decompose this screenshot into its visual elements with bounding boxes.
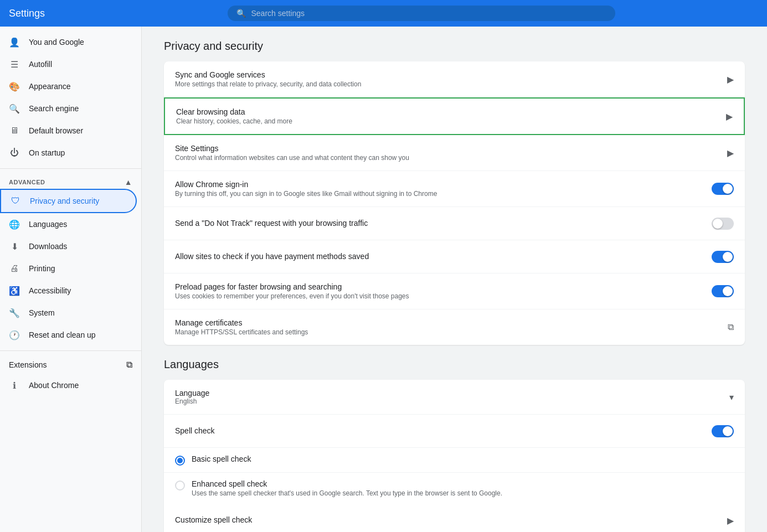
default-browser-icon: 🖥 — [9, 125, 20, 136]
sidebar-label-autofill: Autofill — [29, 60, 52, 69]
sidebar-label-languages: Languages — [29, 220, 67, 229]
printing-icon: 🖨 — [9, 263, 20, 274]
preload-pages-text: Preload pages for faster browsing and se… — [175, 282, 712, 300]
spell-option-enhanced[interactable]: Enhanced spell check Uses the same spell… — [164, 473, 745, 504]
allow-signin-text: Allow Chrome sign-in By turning this off… — [175, 180, 712, 198]
languages-section-title: Languages — [164, 358, 745, 371]
preload-pages-title: Preload pages for faster browsing and se… — [175, 282, 712, 291]
privacy-row-site-settings[interactable]: Site Settings Control what information w… — [164, 135, 745, 171]
site-settings-title: Site Settings — [175, 144, 718, 153]
search-engine-icon: 🔍 — [9, 103, 20, 114]
sidebar-item-appearance[interactable]: 🎨 Appearance — [0, 75, 137, 97]
privacy-security-icon: 🛡 — [10, 195, 21, 206]
system-icon: 🔧 — [9, 307, 20, 318]
privacy-section-title: Privacy and security — [164, 40, 745, 53]
languages-card: Language English ▾ Spell check Basic spe… — [164, 380, 745, 532]
languages-icon: 🌐 — [9, 219, 20, 230]
sidebar-item-about[interactable]: ℹ About Chrome — [0, 374, 137, 396]
sidebar-item-reset[interactable]: 🕐 Reset and clean up — [0, 324, 137, 346]
spell-check-text: Spell check — [175, 426, 712, 436]
basic-text: Basic spell check — [192, 454, 251, 463]
sidebar-item-search-engine[interactable]: 🔍 Search engine — [0, 97, 137, 120]
privacy-row-payment-methods[interactable]: Allow sites to check if you have payment… — [164, 240, 745, 273]
payment-methods-title: Allow sites to check if you have payment… — [175, 252, 712, 261]
manage-certs-text: Manage certificates Manage HTTPS/SSL cer… — [175, 318, 719, 336]
manage-certs-sub: Manage HTTPS/SSL certificates and settin… — [175, 328, 719, 336]
site-settings-sub: Control what information websites can us… — [175, 154, 718, 162]
sidebar-label-privacy-security: Privacy and security — [30, 197, 99, 205]
chevron-down-icon: ▾ — [729, 392, 734, 402]
external-link-icon — [728, 322, 734, 332]
advanced-label: Advanced — [9, 179, 45, 185]
spell-option-basic[interactable]: Basic spell check — [164, 448, 745, 473]
sidebar-label-accessibility: Accessibility — [29, 286, 71, 295]
privacy-row-allow-signin[interactable]: Allow Chrome sign-in By turning this off… — [164, 171, 745, 207]
privacy-row-sync-google[interactable]: Sync and Google services More settings t… — [164, 61, 745, 97]
radio-basic[interactable] — [175, 456, 185, 466]
language-title: Language — [175, 389, 729, 397]
sidebar-item-on-startup[interactable]: ⏻ On startup — [0, 142, 137, 164]
basic-label: Basic spell check — [192, 454, 251, 463]
sidebar-nav: 👤 You and Google☰ Autofill🎨 Appearance🔍 … — [0, 31, 141, 164]
preload-pages-sub: Uses cookies to remember your preference… — [175, 292, 712, 300]
sidebar-item-languages[interactable]: 🌐 Languages — [0, 213, 137, 235]
spell-check-row[interactable]: Spell check — [164, 415, 745, 448]
privacy-row-clear-browsing[interactable]: Clear browsing data Clear history, cooki… — [164, 97, 745, 135]
privacy-row-do-not-track[interactable]: Send a "Do Not Track" request with your … — [164, 207, 745, 240]
privacy-row-preload-pages[interactable]: Preload pages for faster browsing and se… — [164, 273, 745, 309]
do-not-track-title: Send a "Do Not Track" request with your … — [175, 219, 712, 228]
sidebar-label-system: System — [29, 308, 55, 317]
site-settings-text: Site Settings Control what information w… — [175, 144, 718, 162]
sidebar-item-accessibility[interactable]: ♿ Accessibility — [0, 280, 137, 302]
search-input[interactable] — [251, 9, 606, 18]
toggle-allow-signin[interactable] — [712, 183, 734, 195]
sidebar-item-downloads[interactable]: ⬇ Downloads — [0, 235, 137, 257]
privacy-row-manage-certs[interactable]: Manage certificates Manage HTTPS/SSL cer… — [164, 309, 745, 345]
extensions-row[interactable]: Extensions — [0, 355, 141, 374]
sidebar-label-downloads: Downloads — [29, 242, 67, 251]
payment-methods-text: Allow sites to check if you have payment… — [175, 252, 712, 262]
customize-spell-text: Customize spell check — [175, 515, 718, 525]
language-value: English — [175, 397, 729, 405]
on-startup-icon: ⏻ — [9, 147, 20, 158]
downloads-icon: ⬇ — [9, 241, 20, 252]
external-link-icon — [126, 360, 132, 370]
customize-spell-check-row[interactable]: Customize spell check ▶ — [164, 504, 745, 532]
allow-signin-title: Allow Chrome sign-in — [175, 180, 712, 189]
sidebar-label-printing: Printing — [29, 264, 55, 273]
autofill-icon: ☰ — [9, 59, 20, 70]
chevron-right-icon: ▶ — [726, 111, 733, 122]
about-label: About Chrome — [29, 381, 79, 390]
sidebar-item-you-google[interactable]: 👤 You and Google — [0, 31, 137, 53]
about-icon: ℹ — [9, 380, 20, 391]
advanced-nav: 🛡 Privacy and security🌐 Languages⬇ Downl… — [0, 189, 141, 346]
clear-browsing-sub: Clear history, cookies, cache, and more — [176, 117, 717, 125]
language-row[interactable]: Language English ▾ — [164, 380, 745, 415]
allow-signin-sub: By turning this off, you can sign in to … — [175, 190, 712, 198]
sidebar-item-printing[interactable]: 🖨 Printing — [0, 257, 137, 280]
chevron-right-icon: ▶ — [727, 515, 734, 526]
search-bar[interactable]: 🔍 — [228, 6, 615, 21]
you-google-icon: 👤 — [9, 37, 20, 48]
clear-browsing-text: Clear browsing data Clear history, cooki… — [176, 107, 717, 125]
sidebar-label-appearance: Appearance — [29, 82, 71, 91]
sidebar-item-privacy-security[interactable]: 🛡 Privacy and security — [0, 189, 137, 213]
sync-google-title: Sync and Google services — [175, 70, 718, 79]
accessibility-icon: ♿ — [9, 285, 20, 296]
sync-google-sub: More settings that relate to privacy, se… — [175, 80, 718, 88]
extensions-label: Extensions — [9, 360, 47, 369]
spell-options: Basic spell check Enhanced spell check U… — [164, 448, 745, 504]
toggle-payment-methods[interactable] — [712, 251, 734, 263]
customize-spell-title: Customize spell check — [175, 515, 718, 524]
privacy-card: Sync and Google services More settings t… — [164, 61, 745, 345]
toggle-preload-pages[interactable] — [712, 285, 734, 297]
sidebar-item-system[interactable]: 🔧 System — [0, 302, 137, 324]
radio-enhanced[interactable] — [175, 481, 185, 490]
toggle-do-not-track[interactable] — [712, 218, 734, 230]
spell-check-toggle[interactable] — [712, 425, 734, 437]
advanced-section-header[interactable]: Advanced ▲ — [0, 173, 141, 189]
chevron-right-icon: ▶ — [727, 74, 734, 85]
sync-google-text: Sync and Google services More settings t… — [175, 70, 718, 88]
sidebar-item-default-browser[interactable]: 🖥 Default browser — [0, 120, 137, 142]
sidebar-item-autofill[interactable]: ☰ Autofill — [0, 53, 137, 75]
